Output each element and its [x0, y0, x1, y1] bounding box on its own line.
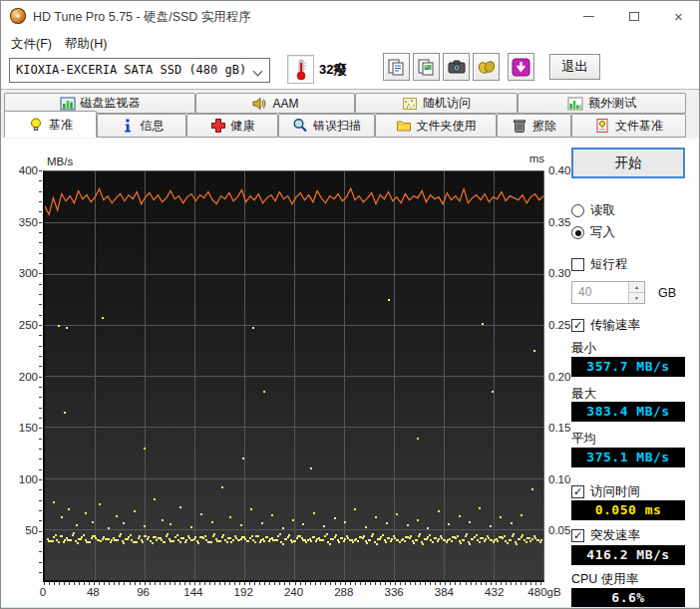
minimize-button[interactable]: [566, 1, 611, 31]
download-arrow-icon: [512, 58, 530, 77]
stepper-down-icon[interactable]: ▼: [629, 293, 644, 303]
toolbar: KIOXIA-EXCERIA SATA SSD (480 gB) 32癈: [1, 54, 700, 90]
x-tick-label: 384: [435, 586, 454, 598]
menu-help[interactable]: 帮助(H): [59, 34, 113, 52]
thermometer-icon: [294, 59, 308, 81]
exit-button[interactable]: 退出: [549, 54, 600, 80]
tab-file-benchmark[interactable]: 文件基准: [571, 114, 686, 138]
access-time-display: 0.050 ms: [571, 500, 685, 520]
read-radio-label: 读取: [590, 202, 615, 219]
copy-text-button[interactable]: [383, 53, 410, 81]
camera-icon: [448, 60, 466, 74]
hands-icon: [478, 59, 496, 75]
radio-icon: [571, 204, 584, 217]
tab-random-access[interactable]: 随机访问: [355, 93, 518, 114]
window-title: HD Tune Pro 5.75 - 硬盘/SSD 实用程序: [33, 9, 251, 26]
y-tick-label: 300: [19, 267, 38, 279]
tab-strip: 磁盘监视器 AAM 随机访问: [1, 90, 700, 139]
tab-extra-tests[interactable]: 额外测试: [518, 93, 686, 114]
close-button[interactable]: ×: [656, 1, 700, 31]
y-tick-label-right: 0.25: [548, 319, 570, 331]
start-button[interactable]: 开始: [571, 148, 685, 178]
tab-label: AAM: [272, 97, 298, 111]
y-tick-label: 350: [19, 216, 38, 228]
y-tick-label: 50: [25, 524, 38, 536]
disk-monitor-icon: [60, 96, 76, 112]
left-axis-unit: MB/s: [47, 155, 73, 167]
tab-aam[interactable]: AAM: [195, 93, 355, 114]
trash-icon: [512, 118, 527, 134]
copy-image-button[interactable]: [413, 53, 440, 81]
min-value-display: 357.7 MB/s: [571, 357, 685, 377]
drive-select-value: KIOXIA-EXCERIA SATA SSD (480 gB): [16, 63, 246, 77]
y-tick-label-right: 0.40: [548, 164, 570, 176]
tab-error-scan[interactable]: 错误扫描: [278, 114, 375, 138]
checkbox-checked-icon: ✓: [571, 319, 584, 332]
y-tick-label-right: 0.10: [548, 473, 570, 485]
extra-tests-icon: [567, 96, 583, 112]
access-time-checkbox[interactable]: ✓ 访问时间: [571, 483, 640, 500]
x-tick-label: 48: [87, 586, 100, 598]
checkbox-icon: [571, 258, 584, 271]
info-icon: [120, 118, 136, 134]
menu-file[interactable]: 文件(F): [5, 34, 58, 52]
drive-select[interactable]: KIOXIA-EXCERIA SATA SSD (480 gB): [9, 58, 270, 83]
x-tick-label: 192: [234, 586, 253, 598]
cpu-usage-display: 6.6%: [571, 588, 685, 608]
x-tick-label: 96: [137, 586, 150, 598]
y-tick-label: 100: [19, 473, 38, 485]
burst-rate-checkbox[interactable]: ✓ 突发速率: [571, 527, 640, 544]
short-stroke-size-value: 40: [578, 285, 591, 299]
tab-label: 随机访问: [423, 95, 471, 112]
short-stroke-checkbox[interactable]: 短行程: [571, 256, 628, 273]
file-benchmark-icon: [594, 118, 610, 134]
y-tick-label-right: 0.20: [548, 371, 570, 383]
title-bar[interactable]: HD Tune Pro 5.75 - 硬盘/SSD 实用程序 ×: [1, 1, 700, 31]
max-label: 最大: [571, 386, 596, 403]
right-axis-unit: ms: [510, 152, 544, 164]
maximize-button[interactable]: [611, 1, 656, 31]
screenshot-button[interactable]: [443, 53, 470, 81]
y-tick-label-right: 0.15: [548, 422, 570, 434]
x-tick-label: 432: [485, 586, 504, 598]
transfer-rate-checkbox[interactable]: ✓ 传输速率: [571, 317, 640, 334]
x-tick-label: 336: [385, 586, 404, 598]
tab-benchmark[interactable]: 基准: [4, 111, 97, 138]
stepper-buttons[interactable]: ▲ ▼: [628, 282, 644, 303]
checkbox-checked-icon: ✓: [571, 485, 584, 498]
y-tick-label-right: 0.35: [548, 216, 570, 228]
access-time-label: 访问时间: [590, 483, 640, 500]
tab-folder-usage[interactable]: 文件夹使用: [375, 114, 497, 138]
y-tick-label-right: 0.30: [548, 267, 570, 279]
folder-icon: [396, 118, 412, 134]
tab-label: 文件夹使用: [417, 118, 477, 135]
gb-unit-label: GB: [658, 286, 676, 300]
left-axis-minor-ticks: [39, 170, 42, 582]
app-icon: [10, 8, 26, 24]
separator: [566, 476, 689, 477]
minimize-icon: [583, 16, 594, 17]
download-button[interactable]: [508, 53, 534, 81]
write-radio[interactable]: 写入: [571, 224, 615, 241]
temperature-indicator: [287, 55, 314, 84]
tab-label: 信息: [141, 118, 165, 135]
stepper-up-icon[interactable]: ▲: [629, 282, 644, 293]
tab-label: 健康: [231, 118, 255, 135]
read-radio[interactable]: 读取: [571, 202, 615, 219]
short-stroke-size-stepper[interactable]: 40 ▲ ▼: [571, 281, 645, 304]
support-button[interactable]: [473, 53, 500, 81]
benchmark-plot: [43, 170, 544, 582]
max-value-display: 383.4 MB/s: [571, 402, 685, 422]
tab-health[interactable]: 健康: [186, 114, 278, 138]
x-axis-labels: 04896144192240288336384432480gB: [43, 586, 571, 602]
random-access-icon: [402, 96, 418, 112]
radio-selected-icon: [571, 226, 584, 239]
chevron-down-icon: [253, 67, 263, 77]
tab-erase[interactable]: 擦除: [497, 114, 571, 138]
copy-image-icon: [418, 59, 435, 76]
y-tick-label: 250: [19, 319, 38, 331]
tab-label: 擦除: [532, 118, 556, 135]
left-axis-labels: 40035030025020015010050: [7, 170, 38, 582]
write-radio-label: 写入: [590, 224, 615, 241]
tab-info[interactable]: 信息: [97, 114, 186, 138]
